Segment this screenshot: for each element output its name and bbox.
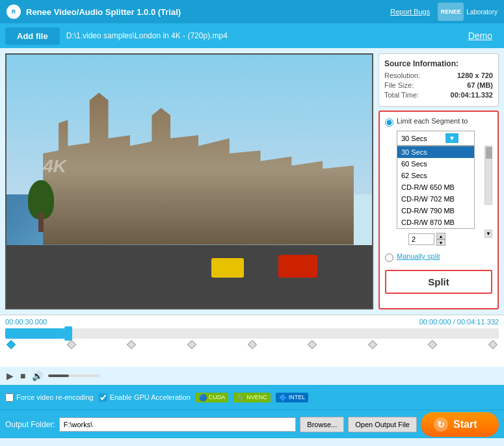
- marker-8[interactable]: [490, 341, 496, 354]
- dropdown-item-6[interactable]: CD-R/W 870 MB: [397, 216, 474, 228]
- volume-slider[interactable]: [48, 374, 100, 377]
- timeline-progress: [5, 328, 64, 339]
- marker-4[interactable]: [249, 341, 256, 354]
- main-content: 4K Source Information: Resolution: 1280 …: [0, 48, 504, 315]
- segment-dropdown-list: 30 Secs 60 Secs 62 Secs CD-R/W 650 MB CD: [397, 146, 475, 229]
- dropdown-arrow-icon[interactable]: ▼: [445, 133, 458, 143]
- marker-6[interactable]: [369, 341, 376, 354]
- marker-7[interactable]: [429, 341, 436, 354]
- marker-8-diamond[interactable]: [488, 340, 497, 349]
- brand-label: Laboratory: [466, 8, 497, 16]
- segment-count-spinner: ▲ ▼: [436, 233, 445, 246]
- volume-button[interactable]: 🔊: [31, 369, 44, 382]
- marker-5-diamond[interactable]: [308, 340, 317, 349]
- resolution-label: Resolution:: [384, 72, 420, 79]
- marker-6-diamond[interactable]: [368, 340, 377, 349]
- dropdown-scrollbar[interactable]: [484, 146, 492, 205]
- output-path-input[interactable]: F:\works\: [59, 417, 297, 432]
- force-encoding-label: Force video re-encoding: [16, 393, 94, 401]
- marker-1[interactable]: [68, 341, 75, 354]
- intel-badge: 🔷 INTEL: [276, 393, 309, 402]
- force-encoding-checkbox[interactable]: [5, 393, 14, 402]
- intel-label: INTEL: [289, 394, 306, 400]
- force-encoding-checkbox-label: Force video re-encoding: [5, 393, 94, 402]
- manually-split-row: Manually split: [385, 252, 492, 262]
- source-info-panel: Source Information: Resolution: 1280 x 7…: [378, 53, 499, 107]
- right-panel: Source Information: Resolution: 1280 x 7…: [378, 53, 499, 309]
- marker-7-diamond[interactable]: [428, 340, 437, 349]
- filesize-label: File Size:: [384, 81, 414, 89]
- filesize-value: 67 (MB): [467, 81, 493, 89]
- output-folder-label: Output Folder:: [5, 420, 55, 429]
- add-file-button[interactable]: Add file: [5, 27, 60, 45]
- cuda-label: CUDA: [209, 394, 226, 400]
- dropdown-item-2-label: 62 Secs: [401, 172, 427, 179]
- browse-button[interactable]: Browse...: [300, 417, 344, 432]
- limit-segment-label: Limit each Segment to: [397, 117, 468, 125]
- segment-count-input[interactable]: [408, 233, 434, 245]
- marker-3[interactable]: [189, 341, 195, 354]
- file-path-display: D:\1.video samples\London in 4K - (720p)…: [66, 31, 462, 40]
- dropdown-item-3-label: CD-R/W 650 MB: [401, 183, 455, 191]
- bus-red: [278, 255, 317, 278]
- totaltime-label: Total Time:: [384, 91, 419, 99]
- open-output-button[interactable]: Open Output File: [348, 417, 417, 432]
- brand-logo: RENEE: [438, 3, 464, 21]
- play-button[interactable]: ▶: [5, 369, 15, 382]
- split-button[interactable]: Split: [385, 270, 492, 294]
- dropdown-item-0-label: 30 Secs: [401, 148, 427, 156]
- dropdown-item-6-label: CD-R/W 870 MB: [401, 218, 455, 226]
- limit-segment-row: Limit each Segment to: [385, 117, 492, 127]
- manually-split-radio[interactable]: [385, 254, 393, 262]
- gpu-accel-label: Enable GPU Acceleration: [110, 393, 191, 401]
- limit-segment-radio[interactable]: [385, 118, 393, 127]
- start-icon: ↻: [434, 417, 448, 432]
- dropdown-item-4-label: CD-R/W 702 MB: [401, 195, 455, 203]
- volume-fill: [48, 374, 69, 377]
- spin-down-button[interactable]: ▼: [436, 239, 445, 246]
- report-bugs-link[interactable]: Report Bugs: [390, 8, 430, 16]
- dropdown-item-2[interactable]: 62 Secs: [397, 170, 474, 181]
- marker-2-diamond[interactable]: [127, 340, 136, 349]
- source-info-title: Source Information:: [384, 59, 493, 68]
- current-time-display: 00:00:30.000: [5, 318, 47, 326]
- scrollbar-thumb[interactable]: [486, 147, 492, 159]
- marker-5[interactable]: [309, 341, 315, 354]
- video-watermark: 4K: [43, 156, 66, 177]
- start-button[interactable]: ↻ Start: [421, 412, 499, 437]
- marker-0[interactable]: [8, 341, 14, 354]
- app-title: Renee Video/Audio Splitter 1.0.0 (Trial): [26, 7, 181, 17]
- split-options-panel: Limit each Segment to 30 Secs ▼ 30 Secs …: [378, 111, 499, 309]
- title-bar: R Renee Video/Audio Splitter 1.0.0 (Tria…: [0, 0, 504, 23]
- marker-4-diamond[interactable]: [247, 340, 256, 349]
- stop-button[interactable]: ■: [19, 369, 27, 382]
- totaltime-row: Total Time: 00:04:11.332: [384, 91, 493, 99]
- toolbar: Add file D:\1.video samples\London in 4K…: [0, 23, 504, 48]
- app-logo-area: R Renee Video/Audio Splitter 1.0.0 (Tria…: [7, 5, 181, 19]
- dropdown-item-1[interactable]: 60 Secs: [397, 158, 474, 170]
- resolution-value: 1280 x 720: [457, 72, 493, 79]
- gpu-accel-checkbox-label: Enable GPU Acceleration: [99, 393, 191, 402]
- marker-0-diamond[interactable]: [7, 340, 16, 349]
- marker-3-diamond[interactable]: [187, 340, 196, 349]
- dropdown-item-1-label: 60 Secs: [401, 160, 427, 168]
- segment-dropdown-selected[interactable]: 30 Secs ▼: [397, 131, 475, 146]
- bottom-bar: Force video re-encoding Enable GPU Accel…: [0, 385, 504, 410]
- dropdown-item-5[interactable]: CD-R/W 790 MB: [397, 205, 474, 216]
- marker-2[interactable]: [128, 341, 135, 354]
- demo-link[interactable]: Demo: [468, 31, 492, 41]
- bus-yellow: [211, 258, 244, 278]
- video-player[interactable]: 4K: [5, 53, 373, 309]
- dropdown-item-4[interactable]: CD-R/W 702 MB: [397, 193, 474, 205]
- scroll-down-btn[interactable]: ▼: [484, 230, 492, 238]
- marker-1-diamond[interactable]: [67, 340, 76, 349]
- gpu-accel-checkbox[interactable]: [99, 393, 107, 402]
- dropdown-item-3[interactable]: CD-R/W 650 MB: [397, 181, 474, 193]
- app-logo-icon: R: [7, 5, 21, 19]
- dropdown-item-0[interactable]: 30 Secs: [397, 146, 474, 158]
- timeline-track[interactable]: [5, 328, 499, 339]
- timeline-thumb[interactable]: [64, 326, 72, 341]
- controls-row: ▶ ■ 🔊: [0, 367, 504, 385]
- dropdown-selected-value: 30 Secs: [401, 135, 427, 142]
- spin-up-button[interactable]: ▲: [436, 233, 445, 239]
